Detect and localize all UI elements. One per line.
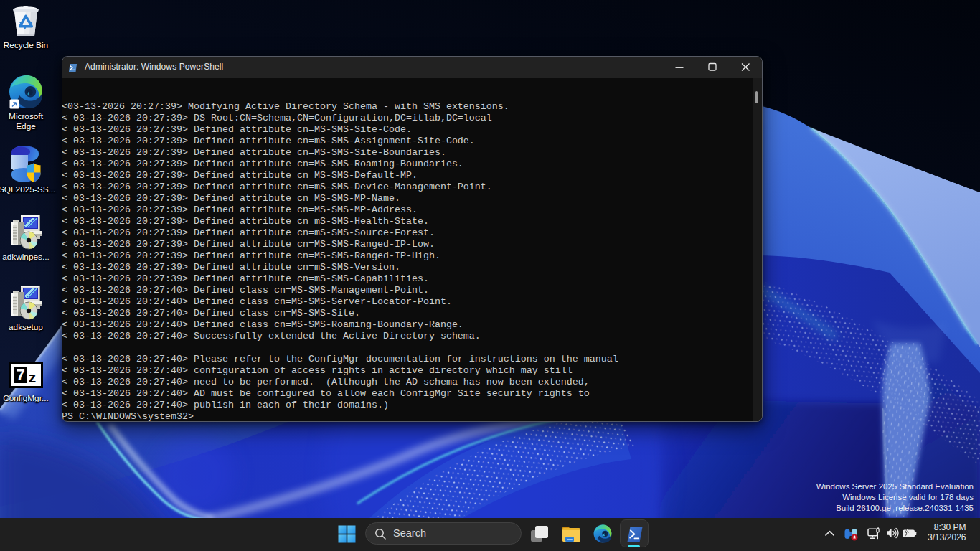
svg-text:z: z [29, 369, 37, 385]
svg-text:7: 7 [16, 366, 24, 384]
